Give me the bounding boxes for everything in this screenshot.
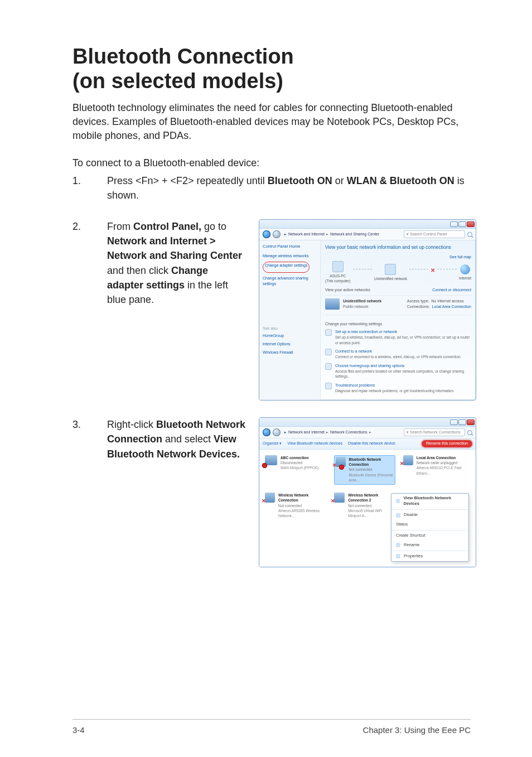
opt-troubleshoot[interactable]: Troubleshoot problemsDiagnose and repair… (325, 383, 471, 394)
intro-paragraph: Bluetooth technology eliminates the need… (72, 101, 471, 142)
connect-icon (325, 349, 332, 355)
disable-device-cmd[interactable]: Disable this network device (348, 441, 395, 446)
conn-lan[interactable]: ✕ Local Area ConnectionNetwork cable unp… (403, 455, 465, 485)
context-menu: View Bluetooth Network Devices Disable S… (391, 493, 469, 562)
opt-connect-network[interactable]: Connect to a networkConnect or reconnect… (325, 349, 471, 360)
search-icon[interactable] (467, 430, 472, 435)
search-icon[interactable] (467, 232, 472, 237)
back-button[interactable] (263, 428, 270, 436)
left-nav-pane: Control Panel Home Manage wireless netwo… (259, 240, 321, 400)
menu-rename[interactable]: Rename (391, 541, 468, 550)
close-button[interactable] (467, 221, 475, 227)
organize-menu[interactable]: Organize ▾ (263, 441, 282, 446)
network-thumb-icon (325, 298, 340, 310)
network-map: ASUS-PC (This computer) Unidentified net… (325, 261, 471, 284)
step-2-text: From Control Panel, go to Network and In… (107, 219, 246, 307)
step-1-text: Press <Fn> + <F2> repeatedly until Bluet… (107, 173, 471, 202)
manage-wireless-link[interactable]: Manage wireless networks (263, 253, 317, 259)
see-windows-firewall[interactable]: Windows Firewall (263, 350, 317, 355)
screenshot-network-connections: ▸Network and Internet▸Network Connection… (259, 417, 476, 567)
opt-new-connection[interactable]: Set up a new connection or networkSet up… (325, 329, 471, 345)
lead-line: To connect to a Bluetooth-enabled device… (72, 156, 471, 170)
chapter-label: Chapter 3: Using the Eee PC (363, 725, 471, 735)
address-bar: ▸Network and Internet▸Network and Sharin… (259, 229, 476, 240)
no-internet-icon: ✕ (431, 267, 435, 275)
step-1-number (72, 173, 87, 188)
see-internet-options[interactable]: Internet Options (263, 341, 317, 347)
control-panel-home-link[interactable]: Control Panel Home (263, 244, 317, 250)
local-area-connection-link[interactable]: Local Area Connection (432, 305, 471, 308)
opt-homegroup[interactable]: Choose homegroup and sharing optionsAcce… (325, 363, 471, 379)
main-heading: View your basic network information and … (325, 244, 471, 250)
address-bar: ▸Network and Internet▸Network Connection… (259, 427, 476, 438)
menu-properties[interactable]: Properties (391, 552, 468, 561)
page-title: Bluetooth Connection (on selected models… (72, 45, 471, 93)
change-advanced-sharing-link[interactable]: Change advanced sharing settings (263, 276, 317, 287)
step-2-number (72, 219, 87, 234)
node-this-pc: ASUS-PC (This computer) (325, 261, 351, 284)
conn-wireless-2[interactable]: ✕ Wireless Network Connection 2Not conne… (334, 493, 395, 519)
change-settings-heading: Change your networking settings (325, 321, 471, 327)
page-number: 3-4 (72, 725, 85, 735)
pc-icon (332, 261, 344, 272)
conn-abc[interactable]: ABC connectionDisconnectedWAN Miniport (… (265, 455, 326, 485)
rename-connection-highlight: Rename this connection (422, 440, 472, 447)
search-box[interactable]: ▾Search Control Panel (404, 230, 465, 238)
dialup-icon (265, 455, 277, 465)
breadcrumb[interactable]: ▸Network and Internet▸Network Connection… (283, 430, 402, 435)
change-adapter-settings-highlight: Change adapter settings (263, 262, 309, 272)
step-1: Press <Fn> + <F2> repeatedly until Bluet… (72, 173, 471, 202)
menu-view-bt-devices[interactable]: View Bluetooth Network Devices (391, 494, 468, 509)
conn-bluetooth-selected[interactable]: ✕ Bluetooth Network ConnectionNot connec… (334, 455, 395, 485)
forward-button[interactable] (273, 230, 280, 238)
maximize-button[interactable] (458, 420, 466, 425)
breadcrumb[interactable]: ▸Network and Internet▸Network and Sharin… (283, 232, 402, 237)
window2-titlebar (259, 418, 476, 427)
node-internet: Internet (459, 264, 471, 281)
node-network: Unidentified network (374, 264, 407, 281)
maximize-button[interactable] (458, 221, 466, 227)
minimize-button[interactable] (450, 221, 458, 227)
conn-wireless[interactable]: ✕ Wireless Network ConnectionNot connect… (265, 493, 326, 519)
network-icon (385, 264, 396, 275)
menu-create-shortcut[interactable]: Create Shortcut (391, 531, 468, 541)
connect-disconnect-link[interactable]: Connect or disconnect (432, 287, 471, 293)
step-3: Right-click Bluetooth Network Connection… (72, 417, 471, 567)
lan-icon: ✕ (403, 455, 413, 465)
troubleshoot-icon (325, 383, 332, 389)
wifi-icon: ✕ (265, 493, 275, 503)
see-full-map-link[interactable]: See full map (325, 254, 471, 260)
title-line2: (on selected models) (72, 69, 283, 93)
homegroup-icon (325, 363, 332, 370)
minimize-button[interactable] (450, 420, 458, 425)
forward-button[interactable] (273, 428, 280, 436)
back-button[interactable] (263, 230, 270, 238)
step-3-number (72, 417, 87, 432)
menu-status[interactable]: Status (391, 520, 468, 529)
bluetooth-conn-icon: ✕ (336, 457, 346, 467)
wifi2-icon: ✕ (334, 493, 345, 503)
command-bar: Organize ▾ View Bluetooth network device… (259, 438, 476, 449)
wizard-icon (325, 329, 332, 336)
menu-disable[interactable]: Disable (391, 510, 468, 520)
connections-area: ABC connectionDisconnectedWAN Miniport (… (259, 450, 476, 567)
see-homegroup[interactable]: HomeGroup (263, 333, 317, 339)
change-adapter-settings-link[interactable]: Change adapter settings (265, 263, 307, 268)
view-bt-devices-cmd[interactable]: View Bluetooth network devices (287, 441, 342, 446)
step-3-text: Right-click Bluetooth Network Connection… (107, 417, 246, 461)
active-network-row: Unidentified network Public network Acce… (325, 295, 471, 312)
search-box[interactable]: ▾Search Network Connections (404, 428, 465, 436)
title-line1: Bluetooth Connection (72, 45, 294, 68)
page-footer: 3-4 Chapter 3: Using the Eee PC (72, 719, 471, 735)
globe-icon (460, 264, 470, 274)
active-networks-label: View your active networks Connect or dis… (325, 287, 471, 293)
see-also-section: See also HomeGroup Internet Options Wind… (263, 326, 317, 356)
close-button[interactable] (467, 420, 475, 425)
window-titlebar (259, 220, 476, 229)
step-2: From Control Panel, go to Network and In… (72, 219, 471, 401)
screenshot-network-sharing-center: ▸Network and Internet▸Network and Sharin… (259, 219, 476, 401)
main-pane: View your basic network information and … (321, 240, 476, 400)
